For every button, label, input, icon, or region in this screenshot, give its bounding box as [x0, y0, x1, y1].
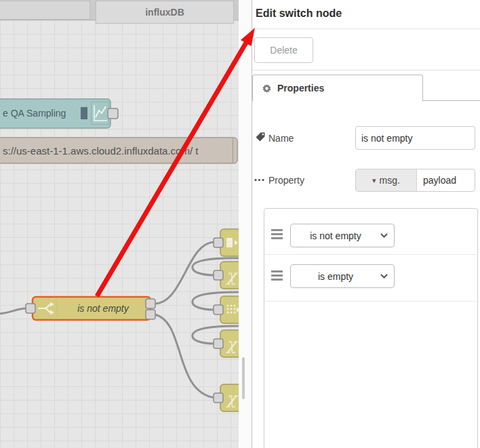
drag-handle-icon[interactable]	[271, 270, 283, 283]
tabbar-bottom-border	[423, 100, 480, 101]
tab-properties[interactable]: Properties	[252, 75, 423, 101]
chevron-down-icon	[380, 274, 388, 279]
edit-switch-node-panel: Edit switch node Delete Properties Name …	[252, 0, 480, 448]
qa-node-label: e QA Sampling	[3, 108, 66, 119]
wire-into-switch[interactable]	[0, 308, 26, 314]
tag-icon	[255, 131, 266, 142]
property-value[interactable]: payload	[417, 169, 475, 191]
clipped-nodes[interactable]: χ χ χ	[214, 229, 239, 411]
switch-input-port[interactable]	[26, 304, 35, 313]
rule-operator-label: is not empty	[291, 230, 380, 241]
workspace-tab-influxdb[interactable]: influxDB	[96, 1, 234, 24]
toolbar-separator	[252, 70, 480, 70]
delete-button[interactable]: Delete	[254, 37, 313, 63]
clipped-node-3-port[interactable]	[214, 305, 223, 314]
flow-graph: e QA Sampling s://us-east-1-1.aws.cloud2…	[0, 0, 239, 448]
chevron-down-icon: ▾	[372, 176, 376, 185]
tab-properties-label: Properties	[277, 83, 324, 94]
clipped-node-4-port[interactable]	[214, 339, 223, 348]
rule-operator-select-2[interactable]: is empty	[290, 264, 395, 288]
gear-icon	[262, 83, 272, 94]
rule-separator	[265, 301, 477, 302]
switch-output-port-2[interactable]	[146, 310, 155, 319]
rule-operator-label: is empty	[291, 271, 380, 282]
node-influx-url[interactable]: s://us-east-1-1.aws.cloud2.influxdata.co…	[0, 138, 237, 163]
clipped-node-1-port[interactable]	[214, 238, 223, 247]
drag-handle-icon[interactable]	[271, 229, 283, 241]
property-typed-input[interactable]: ▾ msg. payload	[355, 169, 475, 192]
rules-container: is not empty is empty	[264, 208, 478, 448]
rule-operator-select-1[interactable]: is not empty	[290, 224, 395, 247]
name-label: Name	[268, 133, 294, 144]
property-label: Property	[268, 175, 304, 186]
workspace-tabbar: influxDB	[0, 0, 239, 20]
rule-separator	[265, 254, 477, 255]
property-type-button[interactable]: ▾ msg.	[356, 169, 417, 191]
node-switch-selected[interactable]: is not empty	[26, 297, 155, 320]
switch-output-port-1[interactable]	[146, 299, 155, 308]
chevron-down-icon	[380, 233, 388, 238]
clipped-node-5-port[interactable]	[214, 393, 223, 403]
canvas-scrollbar-gutter	[239, 0, 252, 448]
clipped-node-2-port[interactable]	[214, 270, 223, 280]
switch-node-label: is not empty	[77, 303, 129, 314]
qa-node-output-port[interactable]	[108, 108, 118, 119]
property-type-label: msg.	[380, 175, 400, 186]
influx-url-label: s://us-east-1-1.aws.cloud2.influxdata.co…	[3, 145, 199, 157]
name-input[interactable]	[355, 126, 475, 150]
qa-node-badge	[81, 107, 87, 119]
title-separator	[252, 28, 480, 29]
flow-canvas[interactable]: influxDB e QA Sam	[0, 0, 239, 448]
node-qa-sampling[interactable]: e QA Sampling	[0, 99, 118, 128]
workspace-tab-label: influxDB	[145, 7, 184, 18]
node-red-editor: influxDB e QA Sam	[0, 0, 480, 448]
ellipsis-icon	[254, 178, 264, 182]
canvas-scrollbar-thumb[interactable]	[242, 357, 245, 399]
panel-title: Edit switch node	[256, 0, 342, 28]
workspace-tab-1[interactable]	[0, 1, 90, 20]
